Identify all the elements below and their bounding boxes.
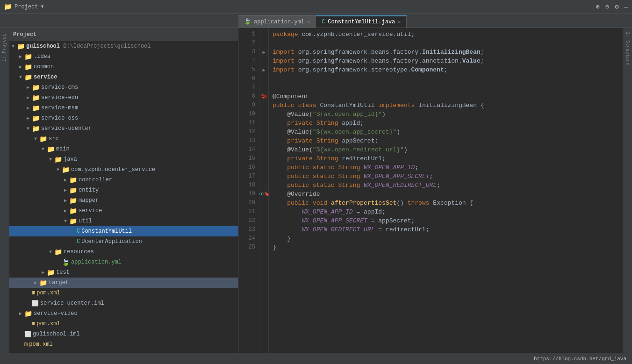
project-panel: Project ▼ 📁 gulischool D:\IdeaProjects\g… (9, 28, 238, 353)
tab-java[interactable]: C ConstantYmlUtil.java ✕ (316, 15, 407, 28)
folder-icon-test: 📁 (47, 269, 55, 277)
title-dropdown-icon[interactable]: ▼ (41, 4, 43, 9)
label-java: java (64, 156, 77, 163)
collapse-icon[interactable]: ⊖ (605, 3, 609, 11)
file-icon-application-yml: 🍃 (62, 258, 70, 266)
arrow-service-video: ▶ (17, 311, 24, 316)
tree-item-iml-gulischool[interactable]: ⬜ gulischool.iml (9, 329, 238, 339)
settings-icon[interactable]: ⊕ (596, 3, 599, 11)
label-common: common (34, 64, 54, 70)
main-area: 1: Project Project ▼ 📁 gulischool D:\Ide… (0, 28, 632, 353)
right-strip-label[interactable]: 2: Structure (625, 32, 630, 65)
tree-item-idea[interactable]: ▶ 📁 .idea (9, 51, 238, 62)
tree-item-ucenter-app[interactable]: C UcenterApplication (9, 236, 238, 247)
tree-item-controller[interactable]: ▶ 📁 controller (9, 175, 238, 185)
tree-item-util[interactable]: ▼ 📁 util (9, 216, 238, 226)
arrow-util: ▼ (62, 219, 69, 224)
code-line-23: WX_OPEN_REDIRECT_URL = redirectUrl; (273, 225, 623, 234)
folder-icon-main: 📁 (47, 145, 55, 153)
gutter: ▶ ▶ 🫘 ↑O 🔖 (259, 28, 269, 353)
arrow-pom-service-video (24, 321, 32, 327)
tree-item-gulischool[interactable]: ▼ 📁 gulischool D:\IdeaProjects\gulischoo… (9, 41, 238, 51)
gear-icon[interactable]: ⚙ (615, 3, 618, 11)
project-tree[interactable]: ▼ 📁 gulischool D:\IdeaProjects\gulischoo… (9, 41, 238, 353)
tree-item-target[interactable]: ▶ 📁 target (9, 278, 238, 288)
tab-java-label: ConstantYmlUtil.java (328, 19, 395, 25)
tree-item-common[interactable]: ▶ 📁 common (9, 62, 238, 72)
tree-item-pom-root[interactable]: m pom.xml (9, 339, 238, 350)
tree-item-mapper[interactable]: ▶ 📁 mapper (9, 195, 238, 206)
code-line-1: package com.yzpnb.ucenter_service.util ; (273, 30, 623, 39)
arrow-mapper: ▶ (62, 198, 69, 203)
folder-icon-java: 📁 (54, 156, 62, 164)
tree-item-service-msm[interactable]: ▶ 📁 service-msm (9, 103, 238, 113)
file-icon-pom-service-video: m (32, 321, 35, 327)
label-pom-root: pom.xml (29, 341, 52, 348)
tree-item-service-oss[interactable]: ▶ 📁 service-oss (9, 113, 238, 123)
tree-item-service-sub[interactable]: ▶ 📁 service (9, 206, 238, 216)
label-iml-ucenter: service-ucenter.iml (40, 300, 104, 307)
arrow-idea: ▶ (17, 54, 24, 59)
code-line-10: @Value( "${wx.open.app_id}" ) (273, 110, 623, 119)
file-icon-ucenter-app: C (77, 238, 80, 245)
tree-item-resources[interactable]: ▼ 📁 resources (9, 247, 238, 257)
label-controller: controller (79, 177, 112, 183)
folder-icon-pkg: 📁 (62, 166, 70, 174)
tree-item-service-edu[interactable]: ▶ 📁 service-edu (9, 93, 238, 103)
tree-item-pom-ucenter[interactable]: m pom.xml (9, 288, 238, 298)
tree-item-main[interactable]: ▼ 📁 main (9, 144, 238, 154)
code-editor[interactable]: 12345 678910 1112131415 1617181920 21222… (238, 28, 623, 353)
tab-yaml-label: application.yml (254, 19, 304, 25)
label-idea: .idea (34, 53, 50, 60)
tab-yaml-close[interactable]: ✕ (307, 19, 310, 25)
code-line-25: } (273, 243, 623, 252)
title-project-label[interactable]: Project (14, 4, 38, 10)
arrow-entity: ▶ (62, 187, 69, 193)
tree-item-pkg[interactable]: ▼ 📁 com.yzpnb.ucenter_service (9, 164, 238, 175)
tree-item-test[interactable]: ▶ 📁 test (9, 267, 238, 278)
code-line-8: @Component (273, 92, 623, 101)
folder-icon-service-ucenter: 📁 (32, 125, 40, 133)
arrow-target: ▶ (32, 280, 39, 285)
left-strip-label[interactable]: 1: Project (2, 34, 7, 62)
label-service-ucenter: service-ucenter (41, 125, 92, 132)
minimize-icon[interactable]: — (625, 3, 628, 11)
arrow-resources: ▼ (47, 250, 54, 255)
tree-item-service-ucenter[interactable]: ▼ 📁 service-ucenter (9, 123, 238, 134)
tree-item-application-yml[interactable]: 🍃 application.yml (9, 257, 238, 267)
code-line-21: WX_OPEN_APP_ID = appId; (273, 207, 623, 216)
tree-item-service-cms[interactable]: ▶ 📁 service-cms (9, 82, 238, 93)
code-line-6 (273, 74, 623, 83)
label-service-oss: service-oss (41, 115, 78, 121)
label-pkg: com.yzpnb.ucenter_service (71, 166, 155, 173)
arrow-application-yml (54, 260, 62, 265)
tree-item-src[interactable]: ▼ 📁 src (9, 134, 238, 144)
tree-item-iml-ucenter[interactable]: ⬜ service-ucenter.iml (9, 298, 238, 308)
folder-icon-target: 📁 (39, 279, 47, 287)
label-gulischool-path: D:\IdeaProjects\gulischool (60, 43, 151, 50)
tree-item-entity[interactable]: ▶ 📁 entity (9, 185, 238, 195)
tree-item-service-video[interactable]: ▶ 📁 service-video (9, 308, 238, 319)
right-strip: 2: Structure (623, 28, 632, 353)
folder-icon-mapper: 📁 (69, 197, 77, 205)
label-mapper: mapper (79, 197, 99, 204)
file-icon-constant-yml-util: C (77, 228, 80, 235)
tree-item-java[interactable]: ▼ 📁 java (9, 154, 238, 164)
label-service-video: service-video (34, 310, 78, 317)
folder-icon-service-sub: 📁 (69, 207, 77, 215)
folder-icon-common: 📁 (24, 63, 32, 71)
fold-icon-5: ▶ (262, 67, 265, 73)
tab-bar: 🍃 application.yml ✕ C ConstantYmlUtil.ja… (0, 14, 632, 28)
tab-yaml[interactable]: 🍃 application.yml ✕ (238, 15, 316, 28)
arrow-ucenter-app (69, 239, 77, 244)
tab-java-close[interactable]: ✕ (398, 19, 401, 25)
code-area[interactable]: package com.yzpnb.ucenter_service.util ;… (269, 28, 623, 353)
tree-item-service[interactable]: ▼ 📁 service (9, 72, 238, 82)
tree-item-constant-yml-util[interactable]: C ConstantYmlUtil (9, 226, 238, 236)
file-icon-pom-ucenter: m (32, 290, 35, 296)
arrow-controller: ▶ (62, 177, 69, 183)
arrow-main: ▼ (39, 147, 47, 152)
tree-item-pom-service-video[interactable]: m pom.xml (9, 319, 238, 329)
arrow-service-sub: ▶ (62, 208, 69, 214)
bean-icon-8: 🫘 (261, 93, 267, 100)
